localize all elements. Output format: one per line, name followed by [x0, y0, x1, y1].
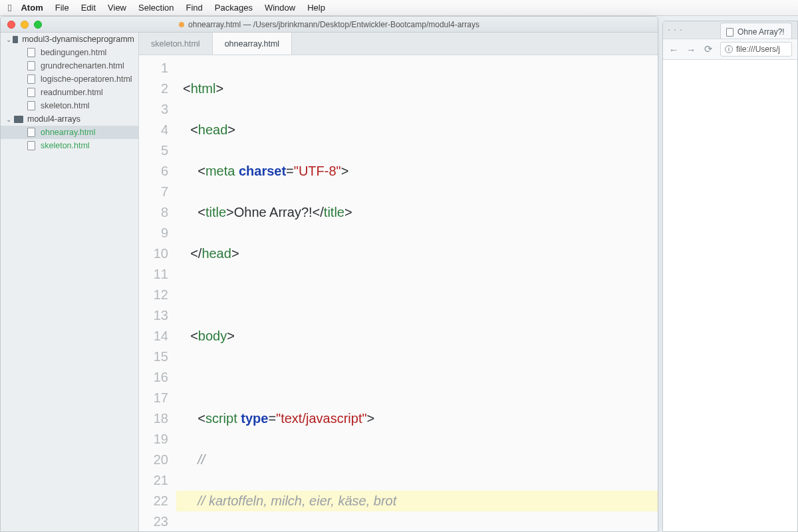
editor-tab-active[interactable]: ohnearray.html [213, 33, 292, 55]
back-icon[interactable]: ← [668, 44, 679, 55]
forward-icon[interactable]: → [686, 44, 696, 55]
tree-file[interactable]: bedingungen.html [1, 46, 138, 59]
tree-folder-label: modul3-dynamischeprogramm [22, 35, 134, 44]
menu-find[interactable]: Find [186, 3, 203, 13]
url-bar[interactable]: i file:///Users/j [720, 42, 792, 57]
atom-titlebar[interactable]: ohnearray.html — /Users/jbrinkmann/Deskt… [1, 17, 658, 33]
window-minimize-icon[interactable] [21, 21, 29, 29]
menu-view[interactable]: View [108, 3, 126, 13]
menu-window[interactable]: Window [265, 3, 295, 13]
window-zoom-icon[interactable] [680, 29, 682, 31]
chevron-down-icon: ⌄ [6, 116, 13, 123]
tree-file-label: bedingungen.html [41, 48, 106, 57]
file-icon [27, 88, 35, 97]
file-icon [27, 48, 35, 57]
page-icon [726, 28, 733, 37]
editor-area: skeleton.html ohnearray.html 12345678910… [139, 33, 658, 531]
code-editor[interactable]: 1234567891011121314151617181920212223 <h… [139, 55, 658, 531]
file-icon [27, 61, 35, 70]
file-icon [27, 141, 35, 150]
macos-menubar:  Atom File Edit View Selection Find Pac… [0, 0, 798, 16]
folder-icon [13, 36, 18, 43]
tree-file-label: grundrechenarten.html [41, 61, 124, 70]
menu-packages[interactable]: Packages [215, 3, 253, 13]
tree-file-label: readnumber.html [41, 88, 103, 97]
browser-window: Ohne Array?! ← → ⟳ i file:///Users/j [662, 21, 798, 532]
editor-tabs: skeleton.html ohnearray.html [139, 33, 658, 55]
atom-window: ohnearray.html — /Users/jbrinkmann/Deskt… [0, 16, 658, 532]
window-close-icon[interactable] [7, 21, 15, 29]
tree-file-active[interactable]: ohnearray.html [1, 126, 138, 139]
folder-icon [14, 116, 23, 123]
tree-file-label: logische-operatoren.html [41, 74, 132, 84]
window-minimize-icon[interactable] [674, 29, 676, 31]
browser-tab-title: Ohne Array?! [737, 27, 785, 37]
menu-app[interactable]: Atom [21, 3, 43, 13]
url-text: file:///Users/j [736, 45, 780, 54]
browser-tab[interactable]: Ohne Array?! [720, 23, 792, 39]
file-icon [27, 101, 35, 110]
window-zoom-icon[interactable] [34, 21, 42, 29]
info-icon: i [725, 45, 733, 53]
atom-title: ohnearray.html — /Users/jbrinkmann/Deskt… [1, 20, 658, 29]
menu-help[interactable]: Help [307, 3, 325, 13]
tree-file[interactable]: skeleton.html [1, 139, 138, 152]
tree-folder-label: modul4-arrays [27, 114, 80, 124]
tree-file-label: ohnearray.html [41, 128, 95, 137]
apple-menu-icon[interactable]:  [8, 2, 11, 13]
menu-file[interactable]: File [55, 3, 69, 13]
menu-selection[interactable]: Selection [138, 3, 174, 13]
line-number-gutter: 1234567891011121314151617181920212223 [139, 55, 176, 531]
modified-indicator-icon [179, 22, 184, 27]
editor-tab[interactable]: skeleton.html [139, 33, 213, 55]
browser-tabstrip: Ohne Array?! [663, 21, 797, 39]
file-tree[interactable]: ⌄ modul3-dynamischeprogramm bedingungen.… [1, 33, 139, 531]
tree-file-label: skeleton.html [41, 141, 90, 150]
atom-title-text: ohnearray.html — /Users/jbrinkmann/Deskt… [188, 20, 479, 29]
browser-toolbar: ← → ⟳ i file:///Users/j [663, 39, 797, 60]
code-content[interactable]: <html> <head> <meta charset="UTF-8"> <ti… [176, 55, 658, 531]
window-close-icon[interactable] [668, 29, 670, 31]
tree-folder-modul3[interactable]: ⌄ modul3-dynamischeprogramm [1, 33, 138, 46]
tree-file[interactable]: readnumber.html [1, 86, 138, 99]
browser-viewport[interactable] [663, 60, 797, 532]
menu-edit[interactable]: Edit [81, 3, 96, 13]
tree-file[interactable]: logische-operatoren.html [1, 72, 138, 86]
tree-file[interactable]: grundrechenarten.html [1, 59, 138, 72]
file-icon [27, 74, 35, 84]
reload-icon[interactable]: ⟳ [703, 44, 714, 55]
tree-folder-modul4[interactable]: ⌄ modul4-arrays [1, 112, 138, 126]
chevron-down-icon: ⌄ [6, 36, 11, 43]
tree-file[interactable]: skeleton.html [1, 99, 138, 112]
tree-file-label: skeleton.html [41, 101, 90, 110]
file-icon [27, 128, 35, 137]
